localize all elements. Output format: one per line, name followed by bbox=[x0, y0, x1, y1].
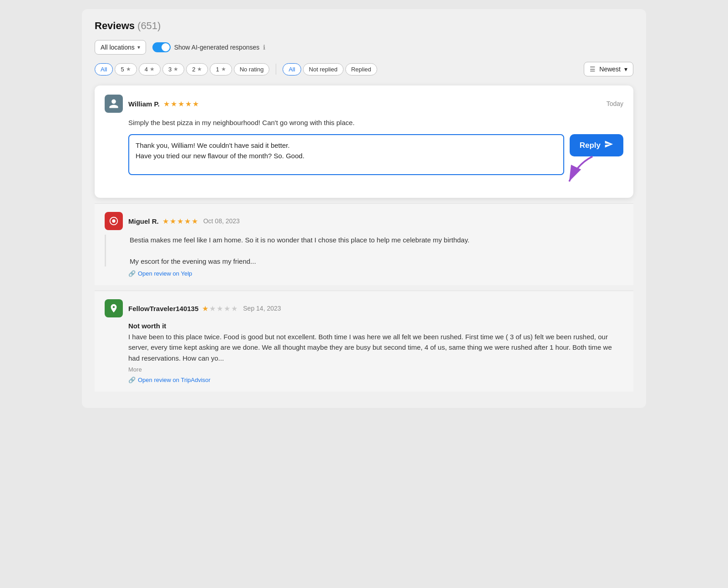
filter-not-replied[interactable]: Not replied bbox=[303, 63, 344, 75]
filter-4-star[interactable]: 4 ★ bbox=[139, 63, 161, 75]
filter-all-ratings[interactable]: All bbox=[95, 63, 113, 75]
page-container: Reviews (651) All locations ▾ Show AI-ge… bbox=[82, 9, 646, 408]
external-link-icon: 🔗 bbox=[128, 270, 136, 277]
review-card-fellow: FellowTraveler140135 ★ ★ ★ ★ ★ Sep 14, 2… bbox=[95, 291, 633, 392]
review-header-william: William P. ★ ★ ★ ★ ★ Today bbox=[105, 95, 623, 113]
reviewer-name-fellow: FellowTraveler140135 bbox=[128, 305, 198, 312]
ai-toggle-label: Show AI-generated responses bbox=[174, 44, 260, 51]
review-header-miguel: Miguel R. ★ ★ ★ ★ ★ Oct 08, 2023 bbox=[105, 212, 623, 230]
reviews-header: Reviews (651) bbox=[95, 20, 633, 32]
chevron-down-icon: ▾ bbox=[624, 65, 627, 73]
reply-label: Reply bbox=[580, 141, 601, 150]
open-review-yelp-link[interactable]: 🔗 Open review on Yelp bbox=[105, 270, 623, 277]
reviewer-name-miguel: Miguel R. bbox=[128, 217, 159, 225]
location-dropdown[interactable]: All locations ▾ bbox=[95, 40, 146, 55]
filter-no-rating[interactable]: No rating bbox=[234, 63, 270, 75]
review-text-william: Simply the best pizza in my neighbourhoo… bbox=[105, 117, 623, 128]
review-title-fellow: Not worth it bbox=[105, 322, 623, 330]
controls-row: All locations ▾ Show AI-generated respon… bbox=[95, 40, 633, 55]
yelp-link-label: Open review on Yelp bbox=[138, 270, 192, 277]
sort-label: Newest bbox=[599, 65, 621, 73]
reply-textarea-william[interactable]: Thank you, William! We couldn't have sai… bbox=[128, 134, 564, 175]
filter-all-replies[interactable]: All bbox=[283, 63, 301, 75]
review-more-fellow[interactable]: More bbox=[105, 366, 623, 373]
review-date-fellow: Sep 14, 2023 bbox=[243, 305, 281, 312]
external-link-icon: 🔗 bbox=[128, 377, 136, 383]
reviews-title: Reviews bbox=[95, 20, 135, 32]
sort-icon: ☰ bbox=[590, 65, 596, 73]
avatar-miguel bbox=[105, 212, 123, 230]
star-icon: ★ bbox=[126, 66, 131, 72]
review-date-william: Today bbox=[607, 100, 623, 107]
ai-toggle-switch[interactable] bbox=[152, 42, 171, 52]
avatar-william bbox=[105, 95, 123, 113]
send-icon bbox=[604, 140, 613, 151]
filter-5-star[interactable]: 5 ★ bbox=[115, 63, 136, 75]
location-label: All locations bbox=[101, 44, 135, 51]
svg-point-1 bbox=[112, 220, 115, 223]
filter-row: All 5 ★ 4 ★ 3 ★ 2 ★ 1 ★ No r bbox=[95, 62, 633, 76]
review-card-william: William P. ★ ★ ★ ★ ★ Today Simply the be… bbox=[95, 85, 633, 198]
avatar-fellow bbox=[105, 299, 123, 317]
ai-toggle-row: Show AI-generated responses ℹ bbox=[152, 42, 266, 52]
reply-area-william: Thank you, William! We couldn't have sai… bbox=[105, 134, 623, 175]
chevron-down-icon: ▾ bbox=[137, 44, 140, 50]
open-review-tripadvisor-link[interactable]: 🔗 Open review on TripAdvisor bbox=[105, 377, 623, 383]
stars-miguel: ★ ★ ★ ★ ★ bbox=[162, 217, 198, 226]
filter-1-star[interactable]: 1 ★ bbox=[210, 63, 232, 75]
filter-divider bbox=[276, 64, 276, 75]
review-text-fellow: I have been to this place twice. Food is… bbox=[105, 332, 623, 363]
sort-dropdown[interactable]: ☰ Newest ▾ bbox=[584, 62, 633, 76]
filter-3-star[interactable]: 3 ★ bbox=[162, 63, 184, 75]
star-icon: ★ bbox=[150, 66, 155, 72]
reviewer-name-william: William P. bbox=[128, 100, 160, 108]
review-card-miguel: Miguel R. ★ ★ ★ ★ ★ Oct 08, 2023 Bestia … bbox=[95, 203, 633, 285]
tripadvisor-link-label: Open review on TripAdvisor bbox=[138, 377, 211, 383]
star-icon: ★ bbox=[221, 66, 226, 72]
rating-filter-group: All 5 ★ 4 ★ 3 ★ 2 ★ 1 ★ No r bbox=[95, 63, 269, 75]
info-icon[interactable]: ℹ bbox=[263, 44, 265, 51]
filter-2-star[interactable]: 2 ★ bbox=[186, 63, 208, 75]
reviews-count: (651) bbox=[137, 20, 161, 32]
star-icon: ★ bbox=[197, 66, 202, 72]
star-icon: ★ bbox=[173, 66, 178, 72]
filter-replied[interactable]: Replied bbox=[345, 63, 377, 75]
review-header-fellow: FellowTraveler140135 ★ ★ ★ ★ ★ Sep 14, 2… bbox=[105, 299, 623, 317]
stars-fellow: ★ ★ ★ ★ ★ bbox=[202, 304, 238, 313]
review-date-miguel: Oct 08, 2023 bbox=[203, 217, 240, 225]
reply-filter-group: All Not replied Replied bbox=[283, 63, 377, 75]
stars-william: ★ ★ ★ ★ ★ bbox=[163, 100, 199, 108]
review-text-miguel: Bestia makes me feel like I am home. So … bbox=[105, 235, 623, 266]
